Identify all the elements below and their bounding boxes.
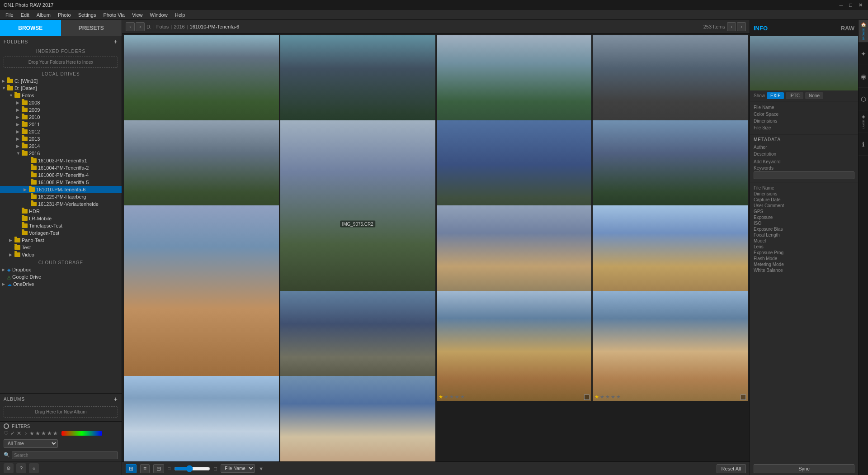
tree-item-161231[interactable]: 161231-PM-Verlautenheide — [0, 200, 122, 208]
photo-checkbox[interactable] — [584, 394, 590, 400]
search-input[interactable] — [12, 451, 118, 459]
menu-photo[interactable]: Photo — [54, 11, 75, 19]
filter-circle-icon[interactable] — [4, 423, 9, 429]
tree-item-161229[interactable]: 161229-PM-Haarberg — [0, 193, 122, 200]
tree-item-161003[interactable]: 161003-PM-Teneriffa1 — [0, 157, 122, 164]
folder-icon — [31, 173, 37, 177]
tree-item-timelapse[interactable]: Timelapse-Test — [0, 222, 122, 229]
folders-add-button[interactable]: + — [114, 38, 118, 45]
sort-direction-icon[interactable]: ▼ — [259, 466, 264, 471]
tree-item-2011[interactable]: ▶2011 — [0, 121, 122, 128]
next-page-button[interactable]: › — [737, 22, 746, 31]
file-name-row: File Name — [754, 104, 854, 111]
tree-item-fotos[interactable]: ▼ Fotos — [0, 92, 122, 99]
photo-15[interactable]: ★★★★★ — [124, 376, 279, 461]
photo-13[interactable]: ★★★★★ — [437, 291, 592, 402]
back-button[interactable]: ‹ — [126, 22, 135, 31]
tree-item-2008[interactable]: ▶2008 — [0, 99, 122, 106]
window-controls[interactable]: ─ □ ✕ — [838, 2, 864, 8]
photo-checkbox[interactable] — [741, 394, 746, 400]
info-tab-label[interactable]: INFO — [754, 25, 768, 32]
heart-icon[interactable]: ♡ — [4, 430, 9, 437]
prev-page-button[interactable]: ‹ — [727, 22, 736, 31]
reset-all-button[interactable]: Reset All — [717, 464, 746, 473]
tab-exif[interactable]: EXIF — [767, 92, 784, 99]
tree-item-video[interactable]: ▶Video — [0, 251, 122, 258]
tree-item-2016[interactable]: ▼2016 — [0, 150, 122, 157]
tab-browse[interactable]: BROWSE — [0, 20, 61, 36]
tree-item-onedrive[interactable]: ▶☁OneDrive — [0, 280, 122, 288]
info-preview-area — [750, 36, 858, 90]
local-tool-icon[interactable]: ⬡ — [859, 88, 868, 110]
menu-settings[interactable]: Settings — [75, 11, 100, 19]
list-view-button[interactable]: ≡ — [140, 464, 150, 473]
grid-view-button[interactable]: ⊞ — [126, 464, 137, 473]
check-icon[interactable]: ✓ — [10, 430, 15, 437]
tree-item-pano[interactable]: ▶Pano-Test — [0, 237, 122, 244]
tree-item-161008[interactable]: 161008-PM-Teneriffa-5 — [0, 179, 122, 186]
tab-iptc[interactable]: IPTC — [786, 92, 803, 99]
browse-tool-icon[interactable]: 🏠 BROWSE — [859, 20, 868, 43]
tab-presets[interactable]: PRESETS — [61, 20, 122, 36]
exif-user-comment: User Comment — [754, 203, 854, 209]
breadcrumb-2016[interactable]: 2016 — [174, 24, 184, 29]
tree-item-2012[interactable]: ▶2012 — [0, 128, 122, 135]
settings-icon[interactable]: ⚙ — [4, 463, 14, 473]
tree-item-c-drive[interactable]: ▶ C: [Win10] — [0, 77, 122, 85]
time-filter-select[interactable]: All Time Today This Week This Month This… — [4, 439, 58, 448]
tree-item-2014[interactable]: ▶2014 — [0, 142, 122, 150]
photo-16[interactable]: ★★★★★ — [280, 376, 435, 461]
tree-item-2009[interactable]: ▶2009 — [0, 106, 122, 114]
metadata-section: METADATA Author Description Add Keyword … — [750, 134, 858, 182]
tree-item-161006[interactable]: 161006-PM-Teneriffa-4 — [0, 171, 122, 179]
breadcrumb-fotos[interactable]: Fotos — [156, 24, 169, 29]
layers-tool-icon[interactable]: ◈ LAYER — [859, 110, 868, 133]
tree-item-dropbox[interactable]: ▶◈Dropbox — [0, 266, 122, 273]
breadcrumb-current[interactable]: 161010-PM-Tenerifa-6 — [190, 24, 239, 29]
tree-item-test[interactable]: Test — [0, 244, 122, 251]
photo-14[interactable]: ★★★★★ — [593, 291, 748, 402]
forward-button[interactable]: › — [136, 22, 145, 31]
portrait-tool-icon[interactable]: ◉ — [859, 65, 868, 88]
close-button[interactable]: ✕ — [857, 2, 864, 8]
tree-item-161004[interactable]: 161004-PM-Teneriffa-2 — [0, 164, 122, 171]
tree-item-2013[interactable]: ▶2013 — [0, 135, 122, 142]
tree-item-lr-mobile[interactable]: LR-Mobile — [0, 215, 122, 222]
exif-exposure-prog: Exposure Prog — [754, 250, 854, 256]
thumbnail-size-slider[interactable] — [174, 465, 210, 472]
tree-item-hdr[interactable]: HDR — [0, 208, 122, 215]
tree-item-d-drive[interactable]: ▼ D: [Daten] — [0, 85, 122, 92]
detail-view-button[interactable]: ⊟ — [153, 464, 164, 473]
color-filter-bar[interactable] — [61, 431, 102, 436]
raw-tab-label[interactable]: RAW — [841, 25, 854, 32]
folder-icon — [14, 245, 20, 250]
x-icon[interactable]: ✕ — [17, 430, 21, 437]
tab-none[interactable]: None — [805, 92, 823, 99]
menu-file[interactable]: File — [2, 11, 17, 19]
albums-add-button[interactable]: + — [114, 395, 118, 403]
info-tool-icon[interactable]: ℹ — [859, 133, 868, 156]
minimize-button[interactable]: ─ — [838, 2, 845, 8]
effects-tool-icon[interactable]: ✦ — [859, 43, 868, 65]
menu-edit[interactable]: Edit — [17, 11, 33, 19]
tree-item-2010[interactable]: ▶2010 — [0, 114, 122, 121]
breadcrumb-d[interactable]: D: — [146, 24, 151, 29]
tree-item-161010[interactable]: ▶161010-PM-Tenerifa-6 — [0, 186, 122, 193]
menu-photo-via[interactable]: Photo Via — [99, 11, 128, 19]
new-album-drop-zone[interactable]: Drag Here for New Album — [4, 406, 118, 418]
menu-album[interactable]: Album — [33, 11, 54, 19]
question-icon[interactable]: ? — [16, 463, 26, 473]
menu-window[interactable]: Window — [146, 11, 171, 19]
menu-view[interactable]: View — [128, 11, 146, 19]
collapse-icon[interactable]: « — [29, 463, 39, 473]
star-filter[interactable]: ★★★★★ — [29, 430, 58, 437]
sort-select[interactable]: File Name Date Rating — [221, 464, 255, 473]
menu-help[interactable]: Help — [171, 11, 189, 19]
sync-button[interactable]: Sync — [754, 464, 854, 473]
tree-item-google-drive[interactable]: △Google Drive — [0, 273, 122, 280]
local-drives-label: LOCAL DRIVES — [0, 70, 122, 77]
keywords-input[interactable] — [754, 171, 854, 179]
indexed-folders-drop-zone[interactable]: Drop Your Folders Here to Index — [4, 57, 118, 68]
tree-item-vorlagen[interactable]: Vorlagen-Test — [0, 229, 122, 237]
maximize-button[interactable]: □ — [847, 2, 854, 8]
